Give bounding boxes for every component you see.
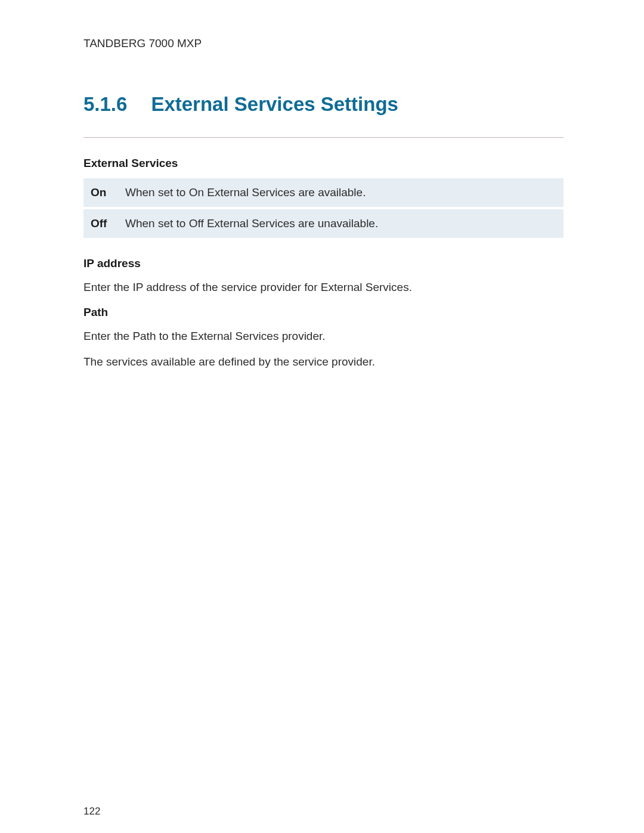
path-text-2: The services available are defined by th… — [83, 354, 564, 370]
option-label-off: Off — [91, 217, 125, 230]
section-heading: 5.1.6External Services Settings — [83, 93, 564, 116]
ip-address-text: Enter the IP address of the service prov… — [83, 280, 564, 295]
option-label-on: On — [91, 186, 125, 199]
page-number: 122 — [83, 806, 100, 817]
section-title: External Services Settings — [151, 93, 398, 115]
external-services-heading: External Services — [83, 157, 564, 170]
product-name: TANDBERG 7000 MXP — [83, 37, 564, 50]
option-description-off: When set to Off External Services are un… — [125, 217, 378, 230]
path-heading: Path — [83, 306, 564, 319]
path-text-1: Enter the Path to the External Services … — [83, 329, 564, 344]
divider — [83, 137, 564, 138]
ip-address-heading: IP address — [83, 257, 564, 270]
option-description-on: When set to On External Services are ava… — [125, 186, 366, 199]
section-number: 5.1.6 — [83, 93, 127, 116]
table-row: Off When set to Off External Services ar… — [83, 209, 564, 238]
table-row: On When set to On External Services are … — [83, 178, 564, 207]
